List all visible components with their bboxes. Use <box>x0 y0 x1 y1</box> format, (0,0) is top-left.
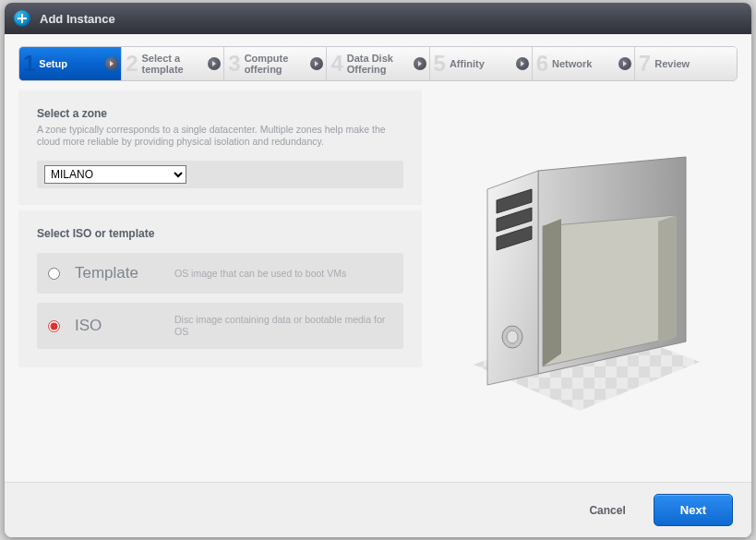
content-row: Select a zone A zone typically correspon… <box>18 90 738 473</box>
chevron-right-icon <box>414 57 426 70</box>
step-number: 4 <box>330 51 342 77</box>
radio-desc: Disc image containing data or bootable m… <box>174 314 392 338</box>
left-column: Select a zone A zone typically correspon… <box>18 90 422 473</box>
chevron-right-icon <box>105 57 118 70</box>
step-data-disk-offering[interactable]: 4 Data Disk Offering <box>327 47 429 80</box>
step-review[interactable]: 7 Review <box>635 47 737 80</box>
iso-radio[interactable] <box>48 320 60 332</box>
radio-label: Template <box>75 264 174 282</box>
wizard-steps: 1 Setup 2 Select a template 3 Compute of… <box>18 46 738 81</box>
source-panel-title: Select ISO or template <box>37 227 403 240</box>
zone-panel-title: Select a zone <box>37 107 403 120</box>
chevron-right-icon <box>618 57 631 70</box>
zone-select[interactable]: MILANO <box>44 165 186 184</box>
title-bar: Add Instance <box>5 3 751 34</box>
right-column <box>422 90 738 473</box>
radio-row-iso[interactable]: ISO Disc image containing data or bootab… <box>37 303 403 349</box>
step-number: 7 <box>639 51 651 77</box>
add-instance-dialog: Add Instance 1 Setup 2 Select a template… <box>5 3 751 537</box>
step-number: 1 <box>23 51 35 77</box>
dialog-body: 1 Setup 2 Select a template 3 Compute of… <box>5 34 751 482</box>
step-affinity[interactable]: 5 Affinity <box>430 47 533 80</box>
svg-point-14 <box>507 330 518 343</box>
step-select-template[interactable]: 2 Select a template <box>122 47 224 80</box>
template-radio[interactable] <box>48 268 60 280</box>
next-button[interactable]: Next <box>654 494 733 526</box>
step-number: 6 <box>536 51 548 77</box>
plus-icon <box>14 10 30 27</box>
step-number: 2 <box>126 51 138 77</box>
dialog-footer: Cancel Next <box>5 482 751 537</box>
step-network[interactable]: 6 Network <box>533 47 635 80</box>
radio-row-template[interactable]: Template OS image that can be used to bo… <box>37 253 403 294</box>
step-compute-offering[interactable]: 3 Compute offering <box>224 47 327 80</box>
server-illustration <box>450 134 709 429</box>
dialog-title: Add Instance <box>40 12 115 26</box>
step-label: Affinity <box>450 58 485 69</box>
radio-label: ISO <box>75 317 174 335</box>
step-label: Review <box>654 58 690 69</box>
svg-marker-8 <box>658 215 677 344</box>
step-setup[interactable]: 1 Setup <box>19 47 122 80</box>
svg-marker-7 <box>543 219 561 366</box>
radio-desc: OS image that can be used to boot VMs <box>174 268 392 280</box>
zone-panel-desc: A zone typically corresponds to a single… <box>37 124 403 148</box>
zone-panel: Select a zone A zone typically correspon… <box>18 90 422 205</box>
zone-select-row: MILANO <box>37 161 403 188</box>
source-panel: Select ISO or template Template OS image… <box>18 210 422 367</box>
chevron-right-icon <box>516 57 529 70</box>
step-number: 3 <box>228 51 240 77</box>
cancel-button[interactable]: Cancel <box>589 504 625 517</box>
step-label: Setup <box>39 58 67 69</box>
step-number: 5 <box>434 51 446 77</box>
step-label: Network <box>552 58 592 69</box>
